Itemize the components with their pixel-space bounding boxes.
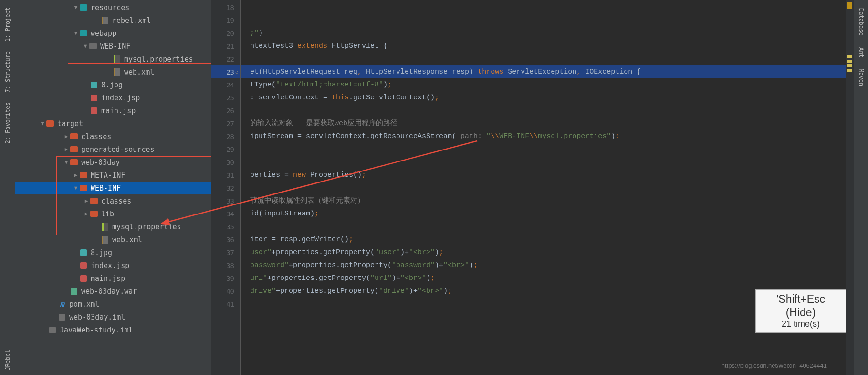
gutter-line[interactable]: 25 [211,91,240,104]
code-line[interactable]: iputStream = servletContext.getResourceA… [241,130,846,143]
tree-item-web-03day-iml[interactable]: web-03day.iml [15,311,211,323]
tree-item-resources[interactable]: ▼resources [15,1,211,14]
gutter-line[interactable]: 23↺ @ [211,65,240,78]
gutter-line[interactable]: 27 [211,117,240,130]
tree-arrow-icon[interactable]: ▼ [73,4,79,11]
gutter-line[interactable]: 41 [211,298,240,311]
tree-item-target[interactable]: ▼target [15,117,211,130]
tree-item-classes[interactable]: ▶classes [15,130,211,143]
code-line[interactable]: perties = new Properties(); [241,169,846,182]
tree-item-generated-sources[interactable]: ▶generated-sources [15,143,211,156]
tree-item-javaweb-study-iml[interactable]: JavaWeb-study.iml [15,323,211,336]
code-line[interactable] [241,104,846,117]
code-line[interactable] [241,53,846,65]
tree-arrow-icon[interactable]: ▼ [82,43,89,49]
gutter-line[interactable]: 19 [211,14,240,27]
tree-item-lib[interactable]: ▶lib [15,207,211,220]
tree-item-8-jpg[interactable]: 8.jpg [15,246,211,259]
gutter-line[interactable]: 18 [211,1,240,14]
gutter-line[interactable]: 22 [211,53,240,65]
gutter-line[interactable]: 31 [211,169,240,182]
tree-item-mysql-properties[interactable]: mysql.properties [15,53,211,65]
gutter-line[interactable]: 35 [211,220,240,233]
tree-item-8-jpg[interactable]: 8.jpg [15,78,211,91]
gutter-line[interactable]: 24 [211,78,240,91]
tree-arrow-icon[interactable]: ▶ [63,133,70,139]
folder-red-icon [46,119,54,128]
tree-arrow-icon[interactable]: ▼ [63,159,70,165]
gutter-line[interactable]: 20 [211,27,240,40]
code-line[interactable]: et(HttpServletRequest req, HttpServletRe… [241,65,846,78]
code-line[interactable] [241,143,846,156]
tree-item-web-xml[interactable]: web.xml [15,65,211,78]
code-line[interactable] [241,220,846,233]
tree-item-pom-xml[interactable]: mpom.xml [15,298,211,311]
stripe-marker[interactable] [847,69,852,72]
gutter-line[interactable]: 32 [211,182,240,194]
tree-item-meta-inf[interactable]: ▶META-INF [15,169,211,182]
tree-arrow-icon[interactable]: ▼ [73,185,79,191]
code-line[interactable]: ntextTest3 extends HttpServlet { [241,40,846,53]
stripe-marker[interactable] [847,60,852,63]
tree-item-rebel-xml[interactable]: rebel.xml [15,14,211,27]
gutter-line[interactable]: 29 [211,143,240,156]
tool-ant[interactable]: Ant [858,47,865,58]
tree-item-index-jsp[interactable]: index.jsp [15,259,211,272]
gutter-line[interactable]: 38 [211,259,240,272]
code-line[interactable] [241,182,846,194]
code-editor[interactable]: ;")ntextTest3 extends HttpServlet {et(Ht… [241,0,846,375]
gutter-line[interactable]: 39 [211,272,240,285]
error-stripe[interactable] [846,0,854,375]
gutter-line[interactable]: 26 [211,104,240,117]
tree-item-web-xml[interactable]: web.xml [15,233,211,246]
tool-maven[interactable]: Maven [858,69,865,86]
tool-project[interactable]: 1: Project [4,7,11,42]
tool-favorites[interactable]: 2: Favorites [4,102,11,144]
code-line[interactable] [241,156,846,169]
tree-item-classes[interactable]: ▶classes [15,194,211,207]
code-line[interactable]: tType("text/html;charset=utf-8"); [241,78,846,91]
gutter-line[interactable]: 34 [211,207,240,220]
tree-arrow-icon[interactable]: ▶ [63,146,70,152]
gutter-line[interactable]: 40 [211,285,240,298]
code-line[interactable]: 节流中读取属性列表（键和元素对） [241,194,846,207]
tree-item-web-inf[interactable]: ▼WEB-INF [15,182,211,194]
tree-arrow-icon[interactable]: ▶ [83,211,90,217]
tree-arrow-icon[interactable]: ▼ [73,30,79,36]
gutter-line[interactable]: 28 [211,130,240,143]
gutter-line[interactable]: 21 [211,40,240,53]
gutter-line[interactable]: 33 [211,194,240,207]
tool-database[interactable]: Database [858,8,865,36]
project-tree[interactable]: ▼resourcesrebel.xml▼webapp▼WEB-INFmysql.… [15,0,211,375]
code-line[interactable]: password"+properties.getProperty("passwo… [241,259,846,272]
code-line[interactable] [241,14,846,27]
gutter-line[interactable]: 36 [211,233,240,246]
gutter-line[interactable]: 30 [211,156,240,169]
tree-item-main-jsp[interactable]: main.jsp [15,104,211,117]
code-line[interactable]: user"+properties.getProperty("user")+"<b… [241,246,846,259]
tree-item-index-jsp[interactable]: index.jsp [15,91,211,104]
code-line[interactable]: id(inputStream); [241,207,846,220]
code-line[interactable]: 的输入流对象 是要获取web应用程序的路径 [241,117,846,130]
tool-jrebel[interactable]: JRebel [4,350,11,370]
tree-item-web-inf[interactable]: ▼WEB-INF [15,40,211,53]
tree-item-web-03day[interactable]: ▼web-03day [15,156,211,169]
code-line[interactable]: url"+properties.getProperty("url")+"<br>… [241,272,846,285]
jsp-icon [90,94,98,102]
code-line[interactable] [241,1,846,14]
stripe-marker[interactable] [847,2,852,9]
tree-item-web-03day-war[interactable]: web-03day.war [15,285,211,298]
gutter-line[interactable]: 37 [211,246,240,259]
tree-item-mysql-properties[interactable]: mysql.properties [15,220,211,233]
tree-arrow-icon[interactable]: ▶ [73,172,79,178]
code-line[interactable]: : servletContext = this.getServletContex… [241,91,846,104]
tree-item-main-jsp[interactable]: main.jsp [15,272,211,285]
tree-arrow-icon[interactable]: ▶ [83,198,90,204]
code-line[interactable]: iter = resp.getWriter(); [241,233,846,246]
tool-structure[interactable]: 7: Structure [4,51,11,93]
tree-arrow-icon[interactable]: ▼ [39,120,46,127]
code-line[interactable]: ;") [241,27,846,40]
tree-item-webapp[interactable]: ▼webapp [15,27,211,40]
stripe-marker[interactable] [847,55,852,58]
stripe-marker[interactable] [847,64,852,67]
